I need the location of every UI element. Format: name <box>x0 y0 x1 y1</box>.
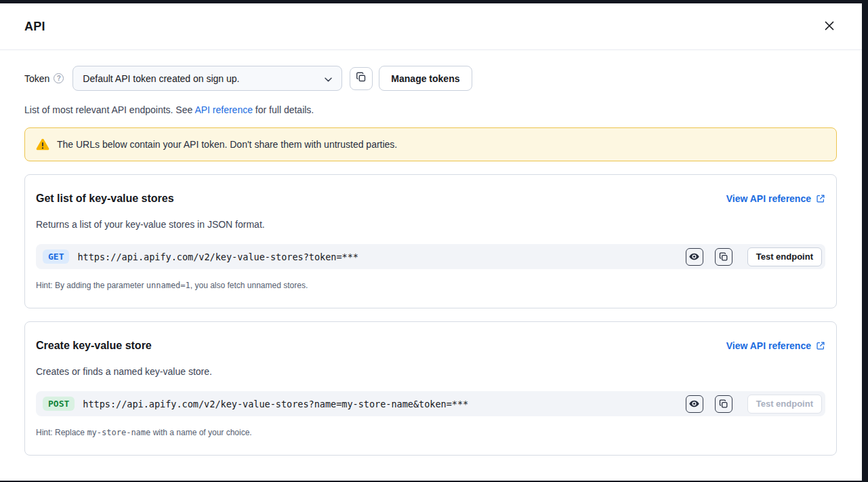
card-description: Creates or finds a named key-value store… <box>36 366 825 377</box>
hint-code: unnamed=1 <box>146 281 190 290</box>
chevron-down-icon <box>325 73 332 84</box>
eye-icon <box>688 251 700 262</box>
close-button[interactable] <box>821 18 838 36</box>
copy-url-button[interactable] <box>715 395 732 413</box>
warning-text: The URLs below contain your API token. D… <box>57 139 397 150</box>
modal-body: Token ? Default API token created on sig… <box>0 50 862 456</box>
modal-title: API <box>24 20 45 34</box>
endpoint-hint: Hint: By adding the parameter unnamed=1,… <box>36 281 825 290</box>
endpoint-card-create-store: Create key-value store View API referenc… <box>24 321 837 456</box>
copy-token-button[interactable] <box>350 67 373 90</box>
warning-triangle-icon <box>36 138 49 150</box>
intro-after: for full details. <box>253 104 314 115</box>
eye-icon <box>688 398 700 409</box>
token-select-dropdown[interactable]: Default API token created on sign up. <box>73 66 342 91</box>
modal-header: API <box>0 3 862 50</box>
reveal-token-button[interactable] <box>686 248 703 266</box>
card-description: Returns a list of your key-value stores … <box>36 219 825 230</box>
method-badge: POST <box>43 397 75 411</box>
card-head: Get list of key-value stores View API re… <box>36 193 825 205</box>
card-title: Get list of key-value stores <box>36 193 174 205</box>
manage-tokens-button[interactable]: Manage tokens <box>379 66 472 91</box>
view-api-reference-link[interactable]: View API reference <box>726 193 825 204</box>
copy-url-button[interactable] <box>715 248 732 266</box>
card-head: Create key-value store View API referenc… <box>36 340 825 352</box>
reveal-token-button[interactable] <box>686 395 703 413</box>
test-endpoint-button[interactable]: Test endpoint <box>747 247 822 266</box>
api-modal: API Token ? Default API token created on… <box>0 3 862 481</box>
endpoint-hint: Hint: Replace my-store-name with a name … <box>36 428 825 437</box>
close-icon <box>824 20 835 33</box>
intro-text: List of most relevant API endpoints. See… <box>24 104 837 115</box>
external-link-icon <box>816 194 825 203</box>
token-label-text: Token <box>24 73 49 84</box>
hint-after: with a name of your choice. <box>150 428 251 437</box>
api-reference-link[interactable]: API reference <box>194 104 253 115</box>
card-title: Create key-value store <box>36 340 152 352</box>
token-label: Token ? <box>24 73 64 84</box>
hint-after: , you also fetch unnamed stores. <box>190 281 308 290</box>
ref-link-label: View API reference <box>726 340 811 351</box>
endpoint-card-get-list: Get list of key-value stores View API re… <box>24 174 837 308</box>
test-endpoint-button[interactable]: Test endpoint <box>747 395 822 414</box>
endpoint-url: https://api.apify.com/v2/key-value-store… <box>77 252 677 262</box>
page-backdrop: API Token ? Default API token created on… <box>0 0 868 482</box>
external-link-icon <box>816 341 825 350</box>
copy-icon <box>719 399 728 409</box>
method-badge: GET <box>43 249 69 264</box>
hint-before: Hint: Replace <box>36 428 87 437</box>
view-api-reference-link[interactable]: View API reference <box>726 340 825 351</box>
endpoint-url-bar: GET https://api.apify.com/v2/key-value-s… <box>36 244 825 269</box>
help-icon[interactable]: ? <box>54 73 64 83</box>
ref-link-label: View API reference <box>726 193 811 204</box>
copy-icon <box>356 72 367 85</box>
warning-banner: The URLs below contain your API token. D… <box>24 127 837 161</box>
hint-before: Hint: By adding the parameter <box>36 281 146 290</box>
hint-code: my-store-name <box>87 428 150 437</box>
token-row: Token ? Default API token created on sig… <box>24 66 837 91</box>
token-select-value: Default API token created on sign up. <box>83 73 239 84</box>
endpoint-url-bar: POST https://api.apify.com/v2/key-value-… <box>36 391 825 416</box>
copy-icon <box>719 252 728 262</box>
intro-before: List of most relevant API endpoints. See <box>24 104 194 115</box>
endpoint-url: https://api.apify.com/v2/key-value-store… <box>83 399 677 409</box>
